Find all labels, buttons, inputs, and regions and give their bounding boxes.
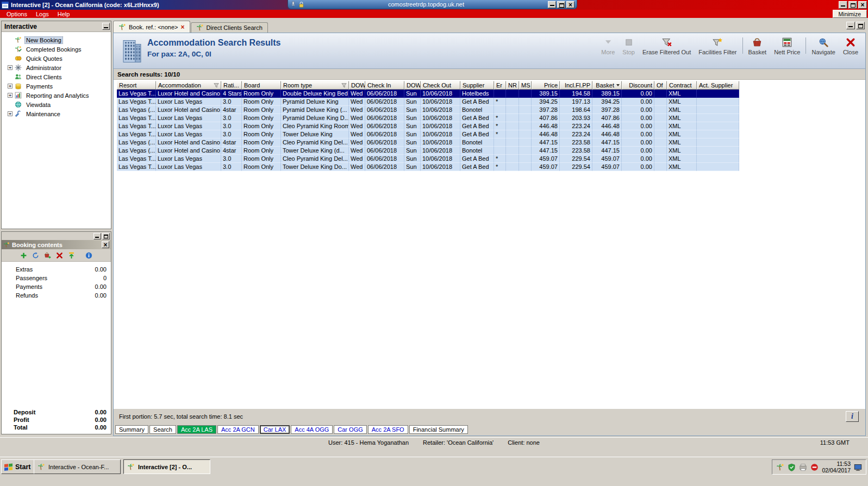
- column-header-board[interactable]: Board: [242, 81, 281, 90]
- result-row[interactable]: Las Vegas T...Luxor Las Vegas3.0Room Onl…: [117, 163, 739, 171]
- window-minimize-button[interactable]: [839, 1, 847, 9]
- column-header-incl-fl-pp[interactable]: Incl.Fl.PP: [560, 81, 592, 90]
- result-row[interactable]: Las Vegas (...Luxor Hotel and Casino4sta…: [117, 106, 739, 114]
- rdp-connection-bar[interactable]: comostreetrdp.topdog.uk.net: [288, 0, 577, 9]
- close-button[interactable]: Close: [839, 36, 862, 55]
- bottom-tab-acc-2a-las[interactable]: Acc 2A LAS: [177, 425, 216, 434]
- result-row[interactable]: Las Vegas T...Luxor Las Vegas3.0Room Onl…: [117, 155, 739, 163]
- rdp-minimize-button[interactable]: [548, 1, 556, 8]
- booking-contents-item[interactable]: Payments0.00: [2, 282, 111, 291]
- cell-nr: [506, 114, 519, 122]
- column-header-of[interactable]: Of: [654, 81, 667, 90]
- start-button[interactable]: Start: [1, 459, 36, 474]
- taskbar-clock[interactable]: 11:53 02/04/2017: [822, 460, 851, 474]
- booking-contents-restore-button[interactable]: [102, 233, 110, 239]
- sidebar-item-payments[interactable]: Payments: [3, 81, 110, 91]
- booking-contents-close-button[interactable]: [102, 241, 109, 248]
- tray-shield-icon[interactable]: [788, 463, 796, 471]
- taskbar-task-interactive-ocean-f[interactable]: Interactive - Ocean-F...: [34, 459, 121, 474]
- column-header-check-in[interactable]: Check In: [365, 81, 404, 90]
- sidebar-item-new-booking[interactable]: New Booking: [3, 35, 110, 45]
- column-header-supplier[interactable]: Supplier: [460, 81, 494, 90]
- add-to-basket-button[interactable]: [43, 251, 52, 260]
- taskbar-task-interactive-2-o[interactable]: Interactive [2] - O...: [123, 459, 210, 474]
- bottom-tab-acc-4a-ogg[interactable]: Acc 4A OGG: [291, 425, 333, 434]
- window-close-button[interactable]: [858, 1, 867, 9]
- column-header-dow[interactable]: DOW: [404, 81, 421, 90]
- sidebar-item-administrator[interactable]: Administrator: [3, 63, 110, 72]
- bottom-tab-summary[interactable]: Summary: [115, 425, 148, 434]
- facilities-filter-button[interactable]: Facilities Filter: [695, 36, 740, 55]
- tab-direct-clients-search[interactable]: Direct Clients Search: [191, 22, 268, 33]
- booking-contents-item[interactable]: Refunds0.00: [2, 291, 111, 300]
- result-row[interactable]: Las Vegas T...Luxor Las Vegas3.0Room Onl…: [117, 114, 739, 122]
- column-header-contract[interactable]: Contract: [667, 81, 697, 90]
- bottom-tab-car-lax[interactable]: Car LAX: [260, 425, 290, 434]
- nett-price-button[interactable]: Nett Price: [770, 36, 804, 55]
- sidebar-item-completed-bookings[interactable]: Completed Bookings: [3, 45, 110, 54]
- column-header-dow[interactable]: DOW: [349, 81, 365, 90]
- menu-help[interactable]: Help: [53, 11, 74, 17]
- menu-options[interactable]: Options: [2, 11, 32, 17]
- tray-palm-icon[interactable]: [776, 463, 784, 471]
- expand-icon[interactable]: [8, 84, 13, 89]
- result-row[interactable]: Las Vegas T...Luxor Las Vegas3.0Room Onl…: [117, 130, 739, 138]
- expand-icon[interactable]: [8, 93, 13, 98]
- column-header-check-out[interactable]: Check Out: [421, 81, 460, 90]
- column-header-er[interactable]: Er: [494, 81, 506, 90]
- basket-button[interactable]: Basket: [745, 36, 771, 55]
- add-button[interactable]: [20, 251, 28, 260]
- column-header-accommodation[interactable]: Accommodation: [156, 81, 221, 90]
- delete-button[interactable]: [55, 251, 64, 260]
- mdi-minimize-button[interactable]: [846, 22, 855, 29]
- column-header-ms[interactable]: MS: [519, 81, 532, 90]
- close-tab-icon[interactable]: [181, 23, 185, 31]
- sidebar-item-direct-clients[interactable]: Direct Clients: [3, 72, 110, 81]
- booking-contents-item[interactable]: Passengers0: [2, 274, 111, 282]
- expand-icon[interactable]: [8, 111, 13, 116]
- result-row[interactable]: Las Vegas T...Luxor Las Vegas3.0Room Onl…: [117, 122, 739, 130]
- display-icon[interactable]: [854, 463, 862, 471]
- erase-filtered-out-button[interactable]: Erase Filtered Out: [639, 36, 695, 55]
- pin-icon[interactable]: [290, 1, 296, 8]
- result-row[interactable]: Las Vegas (...Luxor Hotel and Casino4sta…: [117, 147, 739, 155]
- bottom-tab-financial-summary[interactable]: Financial Summary: [409, 425, 468, 434]
- info-button[interactable]: [85, 251, 93, 260]
- column-header-act-supplier[interactable]: Act. Supplier: [697, 81, 739, 90]
- mdi-restore-button[interactable]: [856, 22, 865, 29]
- column-header-nr[interactable]: NR: [506, 81, 519, 90]
- column-header-discount[interactable]: Discount: [622, 81, 654, 90]
- column-header-rati[interactable]: Rati...: [221, 81, 242, 90]
- result-row[interactable]: Las Vegas (...Luxor Hotel and Casino4sta…: [117, 138, 739, 147]
- column-header-room-type[interactable]: Room type: [281, 81, 349, 90]
- menu-logs[interactable]: Logs: [32, 11, 53, 17]
- bottom-tab-acc-2a-gcn[interactable]: Acc 2A GCN: [217, 425, 259, 434]
- bottom-tab-search[interactable]: Search: [149, 425, 176, 434]
- sidebar-item-maintenance[interactable]: Maintenance: [3, 109, 110, 118]
- expand-icon[interactable]: [8, 65, 13, 70]
- column-header-price[interactable]: Price: [532, 81, 560, 90]
- sidebar-item-viewdata[interactable]: Viewdata: [3, 100, 110, 109]
- info-button[interactable]: [846, 411, 859, 422]
- column-header-basket[interactable]: Basket: [592, 81, 622, 90]
- tab-book-ref-none[interactable]: Book. ref.: <none>: [113, 21, 190, 33]
- result-row[interactable]: Las Vegas T...Luxor Las Vegas3.0Room Onl…: [117, 98, 739, 106]
- bottom-tab-car-ogg[interactable]: Car OGG: [334, 425, 366, 434]
- navigate-button[interactable]: Navigate: [808, 36, 839, 55]
- window-restore-button[interactable]: [848, 1, 857, 9]
- panel-collapse-button[interactable]: [102, 23, 110, 30]
- tray-printer-icon[interactable]: [799, 463, 807, 471]
- result-row[interactable]: Las Vegas T...Luxor Hotel and Casino4 St…: [117, 90, 739, 98]
- sidebar-item-quick-quotes[interactable]: Quick Quotes: [3, 54, 110, 63]
- booking-contents-minimize-button[interactable]: [93, 233, 101, 239]
- tray-alert-icon[interactable]: [810, 463, 819, 471]
- rdp-restore-button[interactable]: [557, 1, 565, 8]
- rdp-minimize-button[interactable]: Minimize: [833, 10, 867, 18]
- column-header-resort[interactable]: Resort: [117, 81, 156, 90]
- transfer-button[interactable]: [67, 251, 76, 260]
- sidebar-item-reporting-and-analytics[interactable]: Reporting and Analytics: [3, 91, 110, 100]
- booking-contents-item[interactable]: Extras0.00: [2, 265, 111, 274]
- rdp-close-button[interactable]: [566, 1, 574, 8]
- bottom-tab-acc-2a-sfo[interactable]: Acc 2A SFO: [368, 425, 408, 434]
- refresh-button[interactable]: [32, 251, 40, 260]
